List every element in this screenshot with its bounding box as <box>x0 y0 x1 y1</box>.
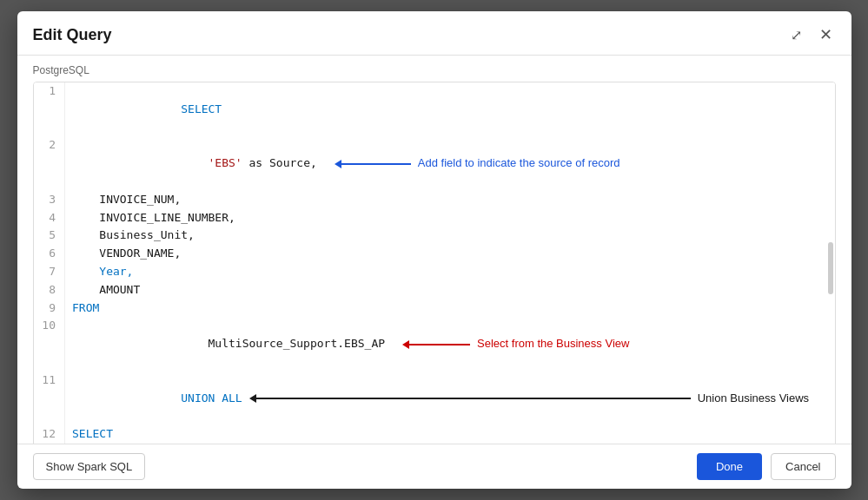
modal-footer: Show Spark SQL Done Cancel <box>17 444 851 489</box>
line-code: SELECT <box>65 82 835 136</box>
close-icon: ✕ <box>819 25 832 44</box>
edit-query-modal: Edit Query ⤢ ✕ PostgreSQL 1 <box>17 11 851 489</box>
modal-overlay: Edit Query ⤢ ✕ PostgreSQL 1 <box>0 0 868 500</box>
arrow-line-blue <box>341 163 411 165</box>
line-number: 12 <box>34 425 65 444</box>
footer-actions: Done Cancel <box>697 453 836 480</box>
keyword: SELECT <box>72 427 113 440</box>
table-row: 2 'EBS' as Source, Add field to indicate… <box>34 136 835 190</box>
table-row: 12 SELECT <box>34 425 835 444</box>
table-row: 3 INVOICE_NUM, <box>34 191 835 209</box>
modal-header: Edit Query ⤢ ✕ <box>17 11 851 56</box>
code-text: MultiSource_Support.EBS_AP <box>181 335 385 353</box>
arrow-head-black-icon <box>249 394 256 403</box>
code-text: INVOICE_NUM, <box>72 193 181 206</box>
code-text: Year, <box>72 265 133 278</box>
table-row: 10 MultiSource_Support.EBS_AP Select fro… <box>34 317 835 371</box>
code-text: VENDOR_NAME, <box>72 247 181 260</box>
annotation-business-view-1: Select from the Business View <box>477 335 629 353</box>
table-row: 6 VENDOR_NAME, <box>34 245 835 263</box>
table-row: 9 FROM <box>34 299 835 318</box>
line-number: 6 <box>34 245 65 263</box>
code-text: as Source, <box>242 155 317 173</box>
annotation-source-1: Add field to indicate the source of reco… <box>418 155 620 173</box>
line-number: 3 <box>34 191 65 209</box>
line-code: MultiSource_Support.EBS_AP Select from t… <box>65 317 835 371</box>
close-button[interactable]: ✕ <box>816 23 836 46</box>
red-arrow <box>402 340 470 349</box>
db-label: PostgreSQL <box>33 64 836 76</box>
line-number: 8 <box>34 281 65 299</box>
code-text: Business_Unit, <box>72 228 195 241</box>
line-code: AMOUNT <box>65 281 835 299</box>
line-code: VENDOR_NAME, <box>65 245 835 263</box>
table-row: 4 INVOICE_LINE_NUMBER, <box>34 209 835 227</box>
line-number: 2 <box>34 136 65 190</box>
line-number: 11 <box>34 372 65 425</box>
string-value: 'EBS' <box>181 155 242 173</box>
table-row: 7 Year, <box>34 263 835 281</box>
code-text: AMOUNT <box>72 283 140 296</box>
union-label: Union Business Views <box>698 390 809 408</box>
line-code: UNION ALL Union Business Views <box>65 372 835 425</box>
union-line-black <box>256 398 691 399</box>
union-keyword: UNION ALL <box>181 390 242 408</box>
keyword: FROM <box>72 301 99 314</box>
editor-area[interactable]: 1 SELECT 2 'EBS' as Source, <box>33 82 836 444</box>
expand-button[interactable]: ⤢ <box>787 25 805 45</box>
cancel-button[interactable]: Cancel <box>771 453 835 480</box>
keyword: SELECT <box>181 102 222 115</box>
line-code: SELECT <box>65 425 835 444</box>
line-number: 5 <box>34 227 65 245</box>
line-number: 9 <box>34 299 65 318</box>
code-table: 1 SELECT 2 'EBS' as Source, <box>34 82 835 444</box>
modal-title: Edit Query <box>33 26 112 44</box>
table-row: 11 UNION ALL Union Business Views <box>34 372 835 425</box>
union-annotation: Union Business Views <box>242 390 809 408</box>
arrow-line-red <box>409 344 470 345</box>
table-row: 5 Business_Unit, <box>34 227 835 245</box>
line-code: INVOICE_LINE_NUMBER, <box>65 209 835 227</box>
show-spark-sql-button[interactable]: Show Spark SQL <box>33 453 146 480</box>
line-number: 1 <box>34 82 65 136</box>
line-number: 7 <box>34 263 65 281</box>
done-button[interactable]: Done <box>697 453 762 480</box>
line-number: 4 <box>34 209 65 227</box>
table-row: 1 SELECT <box>34 82 835 136</box>
blue-arrow <box>335 160 411 168</box>
arrow-head-red-icon <box>402 340 409 349</box>
line-code: Year, <box>65 263 835 281</box>
expand-icon: ⤢ <box>791 27 802 43</box>
line-number: 10 <box>34 317 65 371</box>
line-code: FROM <box>65 299 835 318</box>
line-code: 'EBS' as Source, Add field to indicate t… <box>65 136 835 190</box>
code-text: INVOICE_LINE_NUMBER, <box>72 211 235 224</box>
header-icons: ⤢ ✕ <box>787 23 836 46</box>
modal-body: PostgreSQL 1 SELECT 2 <box>17 56 851 444</box>
arrow-head-blue-icon <box>335 160 341 168</box>
table-row: 8 AMOUNT <box>34 281 835 299</box>
line-code: Business_Unit, <box>65 227 835 245</box>
line-code: INVOICE_NUM, <box>65 191 835 209</box>
